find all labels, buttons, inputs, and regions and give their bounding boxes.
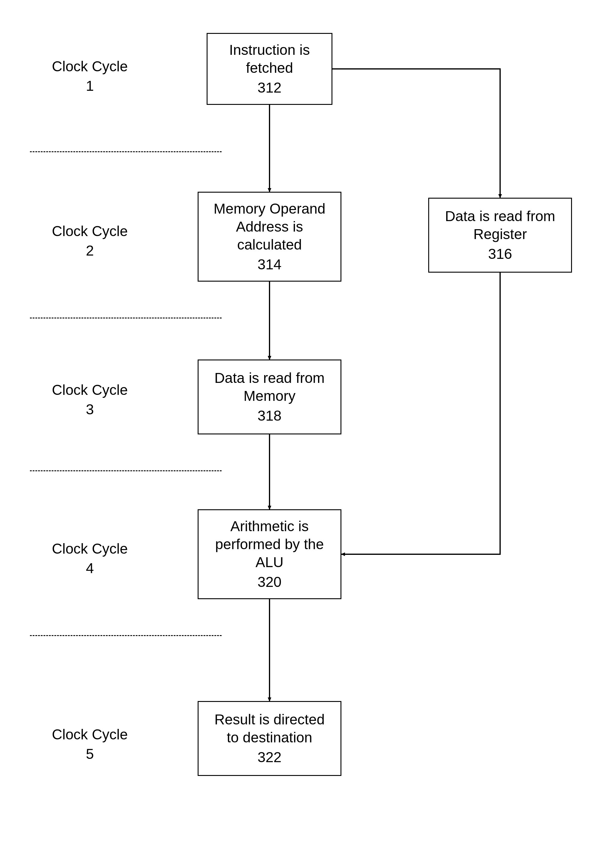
node-instruction-fetched: Instruction is fetched 312 [207, 33, 332, 105]
cycle-label-line: Clock Cycle [42, 725, 138, 744]
cycle-label-num: 2 [42, 241, 138, 261]
node-text: Data is read from [445, 207, 555, 225]
node-memory-operand-address: Memory Operand Address is calculated 314 [198, 192, 341, 282]
phase-divider [30, 151, 222, 152]
phase-divider [30, 635, 222, 636]
node-result-destination: Result is directed to destination 322 [198, 701, 341, 776]
cycle-label-num: 4 [42, 559, 138, 578]
node-text: Register [473, 225, 527, 243]
node-text: ALU [255, 553, 283, 571]
node-text: Memory [244, 387, 295, 405]
node-ref: 312 [258, 79, 281, 97]
cycle-label-line: Clock Cycle [42, 539, 138, 559]
node-text: performed by the [215, 535, 324, 553]
node-ref: 314 [258, 255, 281, 274]
node-data-read-register: Data is read from Register 316 [428, 198, 572, 273]
node-text: to destination [227, 729, 312, 747]
cycle-label-line: Clock Cycle [42, 57, 138, 76]
cycle-label-4: Clock Cycle 4 [42, 539, 138, 578]
cycle-label-line: Clock Cycle [42, 381, 138, 400]
node-text: calculated [237, 236, 302, 254]
edge-312-316 [332, 69, 500, 198]
node-text: Address is [236, 218, 303, 236]
node-arithmetic-alu: Arithmetic is performed by the ALU 320 [198, 509, 341, 599]
node-text: Data is read from [214, 369, 325, 387]
cycle-label-num: 3 [42, 400, 138, 419]
cycle-label-num: 5 [42, 744, 138, 764]
cycle-label-5: Clock Cycle 5 [42, 725, 138, 764]
phase-divider [30, 470, 222, 471]
node-text: Instruction is [229, 41, 310, 59]
node-data-read-memory: Data is read from Memory 318 [198, 359, 341, 434]
node-ref: 322 [258, 748, 281, 766]
cycle-label-num: 1 [42, 76, 138, 96]
cycle-label-3: Clock Cycle 3 [42, 381, 138, 419]
diagram-canvas: Clock Cycle 1 Clock Cycle 2 Clock Cycle … [0, 0, 616, 867]
cycle-label-line: Clock Cycle [42, 222, 138, 241]
node-text: Memory Operand [214, 200, 325, 218]
edge-316-320 [341, 273, 500, 554]
cycle-label-1: Clock Cycle 1 [42, 57, 138, 96]
node-text: Arithmetic is [230, 518, 308, 535]
node-ref: 320 [258, 573, 281, 591]
phase-divider [30, 318, 222, 318]
node-ref: 316 [488, 245, 512, 263]
node-ref: 318 [258, 407, 281, 425]
node-text: Result is directed [214, 711, 325, 729]
cycle-label-2: Clock Cycle 2 [42, 222, 138, 261]
node-text: fetched [246, 59, 293, 77]
